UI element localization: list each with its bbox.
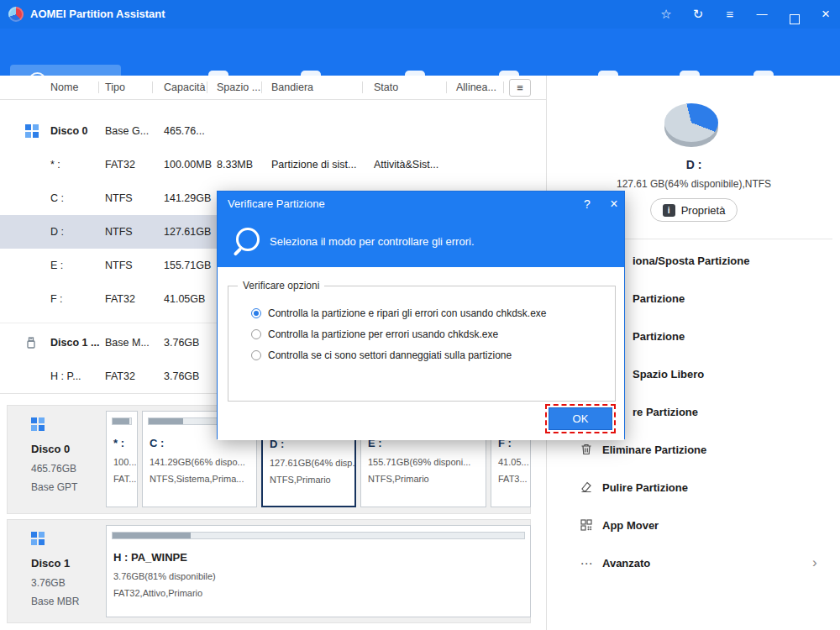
usb-disk-icon [25,336,37,353]
row-capacita: 3.76GB [164,326,199,360]
table-header: Nome Tipo Capacità Spazio ... Bandiera S… [0,76,546,100]
dialog-help-button[interactable]: ? [577,194,597,214]
verify-options-groupbox [228,286,616,402]
option-label: Controlla la partizione per errori usand… [268,326,498,343]
dialog-title: Verificare Partizione [228,192,325,217]
column-divider [362,81,363,93]
row-tipo: FAT32 [105,282,135,316]
row-name: E : [50,249,63,282]
row-tipo: NTFS [105,249,133,282]
option-check-bad-sectors[interactable]: Controlla se ci sono settori danneggiati… [251,347,604,364]
minimize-button[interactable]: — [751,4,773,24]
option-check-and-fix[interactable]: Controlla la partizione e ripari gli err… [251,305,604,322]
menu-item-partition-2[interactable]: Partizione [633,291,685,307]
row-capacita: 127.61GB [164,215,211,249]
row-tipo: NTFS [105,215,133,249]
row-name: F : [50,282,63,316]
column-allineamento[interactable]: Allinea... [456,76,496,99]
row-spazio: 8.33MB [217,148,253,181]
option-label: Controlla se ci sono settori danneggiati… [268,347,512,364]
menu-item-partition-5[interactable]: re Partizione [633,405,698,420]
partition-box-h[interactable]: H : PA_WINPE 3.76GB(81% disponibile) FAT… [106,525,531,617]
row-tipo: Base M... [105,326,150,360]
row-name: C : [50,181,64,215]
radio-icon[interactable] [251,329,261,339]
disk-type: Base GPT [31,481,77,493]
row-name: D : [50,215,64,249]
row-capacita: 100.00MB [164,148,212,181]
titlebar: AOMEI Partition Assistant ☆ ↻ ≡ — × [0,0,840,29]
partition-fs: NTFS,Primario [368,474,429,484]
properties-button[interactable]: i Proprietà [650,198,738,222]
disk-icon [31,417,45,431]
info-icon: i [663,204,675,217]
magnifier-icon [236,228,260,251]
ok-button-highlight: OK [545,404,616,433]
usage-bar [112,532,525,539]
partition-box-system[interactable]: * : 100... FAT... [106,411,138,507]
dialog-titlebar: Verificare Partizione ? × [218,192,624,217]
row-capacita: 41.05GB [164,282,205,316]
disk-size: 3.76GB [31,577,66,589]
column-chooser-icon[interactable]: ≡ [509,79,531,97]
menu-item-wipe-partition[interactable]: Pulire Partizione [547,478,840,498]
refresh-icon[interactable]: ↻ [687,4,709,24]
app-logo-icon [8,7,24,22]
partition-size: 100... [113,457,137,467]
option-check-only[interactable]: Controlla la partizione per errori usand… [251,326,604,343]
column-tipo[interactable]: Tipo [105,76,125,99]
column-stato[interactable]: Stato [374,76,398,99]
column-bandiera[interactable]: Bandiera [271,76,313,99]
menu-item-resize-move-partition[interactable]: iona/Sposta Partizione [633,254,749,269]
table-row-system[interactable]: * : FAT32 100.00MB 8.33MB Partizione di … [0,148,546,181]
menu-icon[interactable]: ≡ [719,4,741,24]
menu-item-delete-partition[interactable]: Eliminare Partizione [547,440,840,460]
column-divider [261,81,262,93]
close-button[interactable]: × [815,4,837,24]
row-capacita: 141.29GB [164,181,211,215]
row-tipo: NTFS [105,181,133,215]
partition-fs: NTFS,Sistema,Prima... [150,474,244,484]
partition-fs: FAT... [113,474,136,484]
ok-button[interactable]: OK [549,407,612,430]
dialog-subtitle: Seleziona il modo per controllare gli er… [270,217,475,267]
partition-fs: FAT3... [498,474,528,484]
menu-item-label: Pulire Partizione [602,478,688,498]
disk-usage-pie-icon [664,103,718,142]
dialog-close-button[interactable]: × [604,194,624,214]
column-spazio[interactable]: Spazio ... [217,76,260,99]
menu-item-free-space[interactable]: Spazio Libero [633,367,704,382]
dialog-hero: Seleziona il modo per controllare gli er… [218,217,624,267]
chevron-right-icon: › [812,554,817,574]
disk-size: 465.76GB [31,463,76,475]
partition-label: C : [150,437,164,449]
column-capacita[interactable]: Capacità [164,76,205,99]
more-dots-icon: ⋯ [579,556,594,571]
menu-item-label: App Mover [602,516,659,536]
window-title: AOMEI Partition Assistant [30,0,165,29]
row-capacita: 3.76GB [164,360,199,393]
favorites-star-icon[interactable]: ☆ [655,4,677,24]
row-tipo: FAT32 [105,148,135,181]
column-nome[interactable]: Nome [50,76,78,99]
groupbox-label: Verificare opzioni [238,280,324,291]
menu-item-app-mover[interactable]: App Mover [547,516,840,536]
menu-item-avanzato[interactable]: ⋯ Avanzato › [547,554,840,574]
partition-label: H : PA_WINPE [113,551,187,564]
column-divider [446,81,447,93]
menu-item-partition-3[interactable]: Partizione [633,329,685,344]
row-tipo: Base G... [105,114,149,148]
usage-bar [112,417,132,425]
column-divider [503,81,504,93]
maximize-button[interactable] [783,4,805,24]
row-tipo: FAT32 [105,360,135,393]
selected-partition-info: 127.61 GB(64% disponibile),NTFS [547,178,840,190]
trash-icon [579,443,594,458]
radio-icon[interactable] [251,350,261,360]
table-row-disco0[interactable]: Disco 0 Base G... 465.76... [0,114,546,148]
verify-partition-dialog: Verificare Partizione ? × Seleziona il m… [217,191,625,439]
disk-name: Disco 1 [31,557,70,570]
row-name: Disco 1 ... [50,326,99,360]
radio-selected-icon[interactable] [251,308,261,318]
column-divider [152,81,153,93]
